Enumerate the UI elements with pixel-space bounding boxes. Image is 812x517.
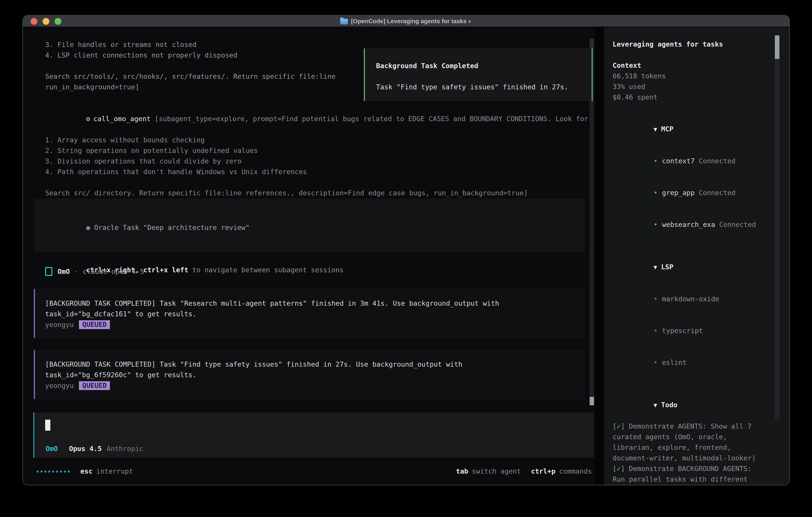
mcp-item: •context7Connected: [613, 145, 775, 177]
ctrlp-key-hint: ctrl+p: [531, 467, 555, 475]
chevron-down-icon: ▼: [654, 126, 657, 133]
section-header-lsp[interactable]: ▼LSP: [613, 251, 775, 283]
context-spent: $0.46 spent: [613, 92, 775, 103]
transcript-line: 4. LSP client connections not properly d…: [45, 50, 336, 61]
mcp-item: •websearch_exaConnected: [613, 209, 775, 241]
input-model-name: Opus 4.5: [69, 445, 102, 453]
section-header-todo[interactable]: ▼Todo: [613, 389, 775, 421]
mcp-item: •grep_appConnected: [613, 177, 775, 209]
spinner-dots-icon: ▪▪▪▪▪▪▪▪▪: [36, 468, 71, 474]
task-user: yeongyu: [45, 382, 74, 390]
window-title-group: [OpenCode] Leveraging agents for tasks ◐: [340, 18, 472, 25]
tool-call-line: 2. String operations on potentially unde…: [45, 145, 588, 156]
traffic-lights: [31, 18, 61, 25]
lsp-item: •eslint: [613, 347, 775, 378]
window-title: [OpenCode] Leveraging agents for tasks ◐: [351, 18, 472, 25]
task-message-line: [BACKGROUND TASK COMPLETED] Task "Find t…: [45, 359, 585, 370]
context-used: 33% used: [613, 81, 775, 92]
oracle-task-title-line: ◉Oracle Task "Deep architecture review": [45, 212, 585, 244]
task-message-line: task_id="bg_dcfac161" to get results.: [45, 309, 585, 319]
tool-call-args: [subagent_type=explore, prompt=Find pote…: [151, 115, 588, 123]
panel-divider: [594, 27, 604, 485]
zoom-button[interactable]: [55, 18, 61, 25]
terminal-main: 3. File handles or streams not closed 4.…: [23, 27, 594, 485]
tool-call-line: ⚙call_omo_agent [subagent_type=explore, …: [45, 103, 588, 135]
oracle-task-panel: ◉Oracle Task "Deep architecture review" …: [34, 198, 585, 251]
bullet-icon: •: [654, 358, 658, 366]
esc-key-label: interrupt: [96, 467, 133, 475]
transcript-line: Search src/tools/, src/hooks/, src/featu…: [45, 71, 336, 82]
input-provider-name: Anthropic: [107, 445, 143, 453]
background-task-toast: Background Task Completed Task "Find typ…: [364, 48, 592, 101]
agent-model-line: OmO · claude-opus-4-5: [45, 266, 144, 277]
chevron-down-icon: ▼: [654, 402, 657, 409]
esc-key-hint: esc: [80, 467, 92, 475]
status-bar: ▪▪▪▪▪▪▪▪▪ esc interrupt tab switch agent…: [23, 465, 594, 477]
transcript-top: 3. File handles or streams not closed 4.…: [45, 39, 336, 92]
checkmark-icon: ✓: [617, 465, 620, 472]
bullet-icon: •: [654, 295, 658, 303]
background-task-block: [BACKGROUND TASK COMPLETED] Task "Find t…: [34, 350, 585, 399]
tool-call-block: ⚙call_omo_agent [subagent_type=explore, …: [45, 103, 588, 198]
bullet-icon: •: [654, 327, 658, 335]
gear-icon: ⚙: [86, 115, 90, 123]
sidebar-title: Leveraging agents for tasks: [613, 39, 775, 50]
app-window: [OpenCode] Leveraging agents for tasks ◐…: [22, 15, 790, 485]
checkmark-icon: ✓: [617, 422, 620, 430]
text-cursor: [45, 419, 50, 431]
folder-icon: [340, 19, 348, 24]
task-message-line: task_id="bg_6f59260c" to get results.: [45, 370, 585, 380]
sidebar-scrollbar-thumb[interactable]: [775, 35, 779, 59]
toast-body: Task "Find type safety issues" finished …: [376, 82, 591, 92]
title-bar: [OpenCode] Leveraging agents for tasks ◐: [23, 16, 789, 27]
tool-call-line: 3. Division operations that could divide…: [45, 156, 588, 166]
status-badge: QUEUED: [79, 320, 110, 329]
transcript-line: run_in_background=true]: [45, 82, 336, 92]
bullet-icon: •: [654, 220, 658, 228]
agent-name: OmO: [58, 268, 70, 275]
context-tokens: 66,518 tokens: [613, 71, 775, 81]
todo-item: [✓]Demonstrate AGENTS: Show all 7 curate…: [613, 421, 775, 463]
sidebar: Leveraging agents for tasks Context 66,5…: [604, 27, 789, 485]
separator-dot: ·: [74, 268, 78, 275]
tool-call-line: Search src/ directory. Return specific f…: [45, 188, 588, 198]
tool-call-line: 4. Path operations that don't handle Win…: [45, 166, 588, 177]
background-task-block: [BACKGROUND TASK COMPLETED] Task "Resear…: [34, 289, 585, 338]
lsp-item: •markdown-oxide: [613, 283, 775, 315]
tool-call-line: 1. Array access without bounds checking: [45, 135, 588, 145]
toast-title: Background Task Completed: [376, 61, 591, 71]
task-message-line: [BACKGROUND TASK COMPLETED] Task "Resear…: [45, 298, 585, 309]
close-button[interactable]: [31, 18, 37, 25]
ctrlp-key-label: commands: [559, 467, 592, 475]
agent-square-icon: [45, 267, 52, 276]
bullet-icon: •: [654, 189, 658, 197]
prompt-input[interactable]: OmO Opus 4.5 Anthropic: [33, 412, 594, 458]
section-header-mcp[interactable]: ▼MCP: [613, 113, 775, 145]
lsp-item: •typescript: [613, 315, 775, 347]
chevron-down-icon: ▼: [654, 264, 657, 271]
tab-key-label: switch agent: [472, 467, 521, 475]
context-heading: Context: [613, 60, 775, 71]
todo-item: [✓]Demonstrate BACKGROUND AGENTS: Run pa…: [613, 463, 775, 485]
input-meta-row: OmO Opus 4.5 Anthropic: [46, 445, 143, 453]
main-scrollbar-segment[interactable]: [590, 38, 594, 49]
content-area: 3. File handles or streams not closed 4.…: [23, 27, 789, 485]
main-scrollbar-thumb[interactable]: [590, 397, 594, 405]
input-agent-name: OmO: [46, 445, 58, 453]
status-badge: QUEUED: [79, 381, 110, 390]
minimize-button[interactable]: [42, 18, 49, 25]
tab-key-hint: tab: [456, 467, 468, 475]
agent-model: claude-opus-4-5: [83, 268, 144, 275]
transcript-line: 3. File handles or streams not closed: [45, 39, 336, 50]
hint-text: to navigate between subagent sessions: [192, 266, 344, 274]
bullet-icon: •: [654, 157, 658, 165]
oracle-task-title: Oracle Task "Deep architecture review": [94, 223, 250, 232]
fisheye-icon: ◉: [86, 223, 90, 232]
sidebar-scrollbar-track[interactable]: [775, 59, 779, 420]
task-user: yeongyu: [45, 321, 74, 329]
tool-call-name: call_omo_agent: [93, 115, 151, 123]
